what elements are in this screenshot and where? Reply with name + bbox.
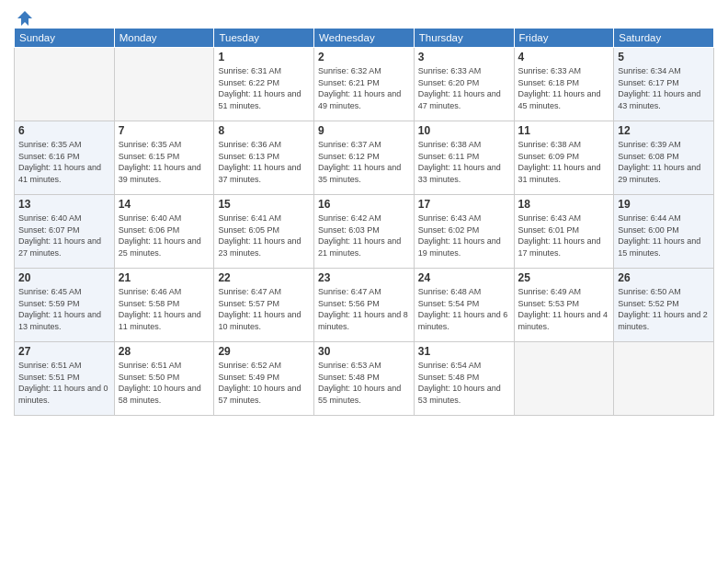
- day-number: 24: [418, 271, 510, 284]
- calendar-cell: 25Sunrise: 6:49 AM Sunset: 5:53 PM Dayli…: [514, 269, 614, 342]
- calendar-cell: 7Sunrise: 6:35 AM Sunset: 6:15 PM Daylig…: [114, 121, 214, 195]
- day-info: Sunrise: 6:51 AM Sunset: 5:51 PM Dayligh…: [18, 360, 110, 406]
- week-row-4: 27Sunrise: 6:51 AM Sunset: 5:51 PM Dayli…: [15, 342, 714, 416]
- calendar-cell: 29Sunrise: 6:52 AM Sunset: 5:49 PM Dayli…: [214, 342, 314, 416]
- day-number: 29: [218, 345, 310, 358]
- calendar-cell: [514, 342, 614, 416]
- day-number: 25: [518, 271, 610, 284]
- col-header-tuesday: Tuesday: [214, 29, 314, 48]
- day-info: Sunrise: 6:43 AM Sunset: 6:02 PM Dayligh…: [418, 213, 510, 259]
- calendar-cell: 1Sunrise: 6:31 AM Sunset: 6:22 PM Daylig…: [214, 48, 314, 121]
- day-number: 18: [518, 198, 610, 211]
- day-info: Sunrise: 6:52 AM Sunset: 5:49 PM Dayligh…: [218, 360, 310, 406]
- day-info: Sunrise: 6:40 AM Sunset: 6:06 PM Dayligh…: [119, 213, 210, 259]
- day-number: 6: [18, 124, 110, 137]
- day-info: Sunrise: 6:38 AM Sunset: 6:11 PM Dayligh…: [418, 139, 510, 185]
- day-info: Sunrise: 6:34 AM Sunset: 6:17 PM Dayligh…: [618, 65, 710, 111]
- calendar-cell: 14Sunrise: 6:40 AM Sunset: 6:06 PM Dayli…: [114, 195, 214, 269]
- week-row-1: 6Sunrise: 6:35 AM Sunset: 6:16 PM Daylig…: [15, 121, 714, 195]
- calendar-cell: 3Sunrise: 6:33 AM Sunset: 6:20 PM Daylig…: [414, 48, 514, 121]
- day-info: Sunrise: 6:48 AM Sunset: 5:54 PM Dayligh…: [418, 286, 510, 332]
- day-info: Sunrise: 6:42 AM Sunset: 6:03 PM Dayligh…: [318, 213, 410, 259]
- day-info: Sunrise: 6:38 AM Sunset: 6:09 PM Dayligh…: [518, 139, 610, 185]
- logo-icon: [16, 9, 34, 28]
- day-info: Sunrise: 6:33 AM Sunset: 6:18 PM Dayligh…: [518, 65, 610, 111]
- day-info: Sunrise: 6:41 AM Sunset: 6:05 PM Dayligh…: [218, 213, 310, 259]
- day-info: Sunrise: 6:37 AM Sunset: 6:12 PM Dayligh…: [318, 139, 410, 185]
- day-info: Sunrise: 6:45 AM Sunset: 5:59 PM Dayligh…: [18, 286, 110, 332]
- day-number: 20: [18, 271, 110, 284]
- day-number: 22: [218, 271, 310, 284]
- page-container: SundayMondayTuesdayWednesdayThursdayFrid…: [0, 0, 728, 423]
- calendar-cell: 2Sunrise: 6:32 AM Sunset: 6:21 PM Daylig…: [314, 48, 415, 121]
- calendar-cell: 27Sunrise: 6:51 AM Sunset: 5:51 PM Dayli…: [15, 342, 115, 416]
- day-info: Sunrise: 6:36 AM Sunset: 6:13 PM Dayligh…: [218, 139, 310, 185]
- calendar-cell: 28Sunrise: 6:51 AM Sunset: 5:50 PM Dayli…: [114, 342, 214, 416]
- calendar-cell: 19Sunrise: 6:44 AM Sunset: 6:00 PM Dayli…: [614, 195, 714, 269]
- day-number: 23: [318, 271, 410, 284]
- day-number: 14: [119, 198, 210, 211]
- day-number: 13: [18, 198, 110, 211]
- day-number: 26: [618, 271, 710, 284]
- day-info: Sunrise: 6:44 AM Sunset: 6:00 PM Dayligh…: [618, 213, 710, 259]
- day-number: 10: [418, 124, 510, 137]
- calendar-cell: 17Sunrise: 6:43 AM Sunset: 6:02 PM Dayli…: [414, 195, 514, 269]
- calendar-cell: 11Sunrise: 6:38 AM Sunset: 6:09 PM Dayli…: [514, 121, 614, 195]
- day-number: 2: [318, 51, 410, 63]
- day-number: 28: [119, 345, 210, 358]
- day-number: 17: [418, 198, 510, 211]
- day-number: 5: [618, 51, 710, 63]
- day-number: 9: [318, 124, 410, 137]
- calendar-cell: 5Sunrise: 6:34 AM Sunset: 6:17 PM Daylig…: [614, 48, 714, 121]
- week-row-2: 13Sunrise: 6:40 AM Sunset: 6:07 PM Dayli…: [15, 195, 714, 269]
- day-number: 31: [418, 345, 510, 358]
- day-info: Sunrise: 6:39 AM Sunset: 6:08 PM Dayligh…: [618, 139, 710, 185]
- calendar-cell: 18Sunrise: 6:43 AM Sunset: 6:01 PM Dayli…: [514, 195, 614, 269]
- day-number: 3: [418, 51, 510, 63]
- day-number: 12: [618, 124, 710, 137]
- calendar-cell: 23Sunrise: 6:47 AM Sunset: 5:56 PM Dayli…: [314, 269, 415, 342]
- day-info: Sunrise: 6:46 AM Sunset: 5:58 PM Dayligh…: [119, 286, 210, 332]
- day-number: 8: [218, 124, 310, 137]
- calendar-cell: 16Sunrise: 6:42 AM Sunset: 6:03 PM Dayli…: [314, 195, 415, 269]
- day-number: 21: [119, 271, 210, 284]
- header: [14, 9, 714, 24]
- col-header-monday: Monday: [114, 29, 214, 48]
- calendar-cell: 30Sunrise: 6:53 AM Sunset: 5:48 PM Dayli…: [314, 342, 415, 416]
- calendar-cell: 12Sunrise: 6:39 AM Sunset: 6:08 PM Dayli…: [614, 121, 714, 195]
- calendar-cell: 20Sunrise: 6:45 AM Sunset: 5:59 PM Dayli…: [15, 269, 115, 342]
- calendar-cell: [114, 48, 214, 121]
- logo: [14, 9, 34, 24]
- day-info: Sunrise: 6:43 AM Sunset: 6:01 PM Dayligh…: [518, 213, 610, 259]
- day-info: Sunrise: 6:31 AM Sunset: 6:22 PM Dayligh…: [218, 65, 310, 111]
- day-number: 27: [18, 345, 110, 358]
- week-row-0: 1Sunrise: 6:31 AM Sunset: 6:22 PM Daylig…: [15, 48, 714, 121]
- calendar-cell: 13Sunrise: 6:40 AM Sunset: 6:07 PM Dayli…: [15, 195, 115, 269]
- day-info: Sunrise: 6:49 AM Sunset: 5:53 PM Dayligh…: [518, 286, 610, 332]
- day-info: Sunrise: 6:51 AM Sunset: 5:50 PM Dayligh…: [119, 360, 210, 406]
- day-info: Sunrise: 6:47 AM Sunset: 5:56 PM Dayligh…: [318, 286, 410, 332]
- day-number: 30: [318, 345, 410, 358]
- col-header-friday: Friday: [514, 29, 614, 48]
- day-number: 16: [318, 198, 410, 211]
- calendar-cell: 6Sunrise: 6:35 AM Sunset: 6:16 PM Daylig…: [15, 121, 115, 195]
- day-info: Sunrise: 6:33 AM Sunset: 6:20 PM Dayligh…: [418, 65, 510, 111]
- col-header-wednesday: Wednesday: [314, 29, 415, 48]
- calendar-cell: [15, 48, 115, 121]
- day-number: 1: [218, 51, 310, 63]
- calendar-cell: 31Sunrise: 6:54 AM Sunset: 5:48 PM Dayli…: [414, 342, 514, 416]
- calendar-cell: [614, 342, 714, 416]
- calendar-cell: 21Sunrise: 6:46 AM Sunset: 5:58 PM Dayli…: [114, 269, 214, 342]
- day-info: Sunrise: 6:32 AM Sunset: 6:21 PM Dayligh…: [318, 65, 410, 111]
- calendar-cell: 24Sunrise: 6:48 AM Sunset: 5:54 PM Dayli…: [414, 269, 514, 342]
- day-info: Sunrise: 6:40 AM Sunset: 6:07 PM Dayligh…: [18, 213, 110, 259]
- calendar-cell: 9Sunrise: 6:37 AM Sunset: 6:12 PM Daylig…: [314, 121, 415, 195]
- calendar-cell: 10Sunrise: 6:38 AM Sunset: 6:11 PM Dayli…: [414, 121, 514, 195]
- calendar-header-row: SundayMondayTuesdayWednesdayThursdayFrid…: [15, 29, 714, 48]
- day-info: Sunrise: 6:35 AM Sunset: 6:16 PM Dayligh…: [18, 139, 110, 185]
- calendar-cell: 26Sunrise: 6:50 AM Sunset: 5:52 PM Dayli…: [614, 269, 714, 342]
- day-number: 4: [518, 51, 610, 63]
- day-info: Sunrise: 6:54 AM Sunset: 5:48 PM Dayligh…: [418, 360, 510, 406]
- day-number: 19: [618, 198, 710, 211]
- day-info: Sunrise: 6:47 AM Sunset: 5:57 PM Dayligh…: [218, 286, 310, 332]
